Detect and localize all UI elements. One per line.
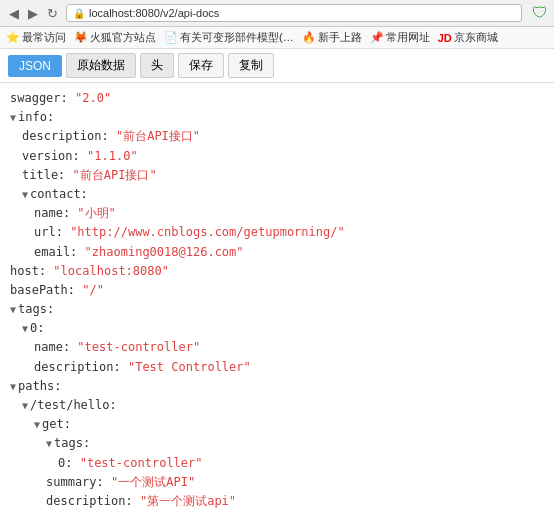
url-text: localhost:8080/v2/api-docs	[89, 7, 219, 19]
url-line: url: "http://www.cnblogs.com/getupmornin…	[10, 223, 544, 242]
contact-collapse[interactable]: ▼	[22, 187, 28, 203]
contact-key: contact:	[30, 185, 88, 204]
path-hello-line: ▼ /test/hello:	[10, 396, 544, 415]
get-desc-val: "第一个测试api"	[140, 492, 236, 511]
bookmark-frequent[interactable]: ⭐ 最常访问	[6, 30, 66, 45]
jd-icon: JD	[438, 32, 452, 44]
host-key: host:	[10, 262, 46, 281]
bookmark-frequent-label: 最常访问	[22, 30, 66, 45]
toolbar: JSON 原始数据 头 保存 复制	[0, 49, 554, 83]
tags-name-line: name: "test-controller"	[10, 338, 544, 357]
bookmark-morphable[interactable]: 📄 有关可变形部件模型(…	[164, 30, 294, 45]
bookmark-jd[interactable]: JD 京东商城	[438, 30, 498, 45]
info-line: ▼ info:	[10, 108, 544, 127]
get-tags-0-val: "test-controller"	[80, 454, 203, 473]
nav-buttons: ◀ ▶ ↻	[6, 5, 60, 21]
path-get-collapse[interactable]: ▼	[34, 417, 40, 433]
lock-icon: 🔒	[73, 8, 85, 19]
tags-desc-val: "Test Controller"	[128, 358, 251, 377]
desc-key: description:	[22, 127, 109, 146]
shield-icon: 🛡	[532, 4, 548, 22]
title-key: title:	[22, 166, 65, 185]
bookmark-firefox[interactable]: 🦊 火狐官方站点	[74, 30, 156, 45]
forward-button[interactable]: ▶	[25, 5, 41, 21]
tags-desc-line: description: "Test Controller"	[10, 358, 544, 377]
tags-collapse[interactable]: ▼	[10, 302, 16, 318]
tags-key: tags:	[18, 300, 54, 319]
desc-val: "前台API接口"	[116, 127, 200, 146]
info-collapse[interactable]: ▼	[10, 110, 16, 126]
bookmark-morphable-label: 有关可变形部件模型(…	[180, 30, 294, 45]
reload-button[interactable]: ↻	[44, 5, 60, 21]
host-val: "localhost:8080"	[53, 262, 169, 281]
paths-key: paths:	[18, 377, 61, 396]
browser-bar: ◀ ▶ ↻ 🔒 localhost:8080/v2/api-docs 🛡	[0, 0, 554, 27]
address-bar[interactable]: 🔒 localhost:8080/v2/api-docs	[66, 4, 522, 22]
get-summary-line: summary: "一个测试API"	[10, 473, 544, 492]
json-content: swagger: "2.0" ▼ info: description: "前台A…	[0, 83, 554, 512]
bookmark-newbie[interactable]: 🔥 新手上路	[302, 30, 362, 45]
path-get-key: get:	[42, 415, 71, 434]
doc-icon: 📄	[164, 31, 178, 44]
bookmark-common[interactable]: 📌 常用网址	[370, 30, 430, 45]
get-tags-collapse[interactable]: ▼	[46, 436, 52, 452]
version-key: version:	[22, 147, 80, 166]
swagger-key: swagger:	[10, 89, 68, 108]
tags-line: ▼ tags:	[10, 300, 544, 319]
host-line: host: "localhost:8080"	[10, 262, 544, 281]
version-val: "1.1.0"	[87, 147, 138, 166]
basepath-line: basePath: "/"	[10, 281, 544, 300]
name-key: name:	[34, 204, 70, 223]
email-key: email:	[34, 243, 77, 262]
path-hello-collapse[interactable]: ▼	[22, 398, 28, 414]
tags-0-line: ▼ 0:	[10, 319, 544, 338]
contact-line: ▼ contact:	[10, 185, 544, 204]
star-icon: ⭐	[6, 31, 20, 44]
tab-json[interactable]: JSON	[8, 55, 62, 77]
swagger-val: "2.0"	[75, 89, 111, 108]
url-val: "http://www.cnblogs.com/getupmorning/"	[70, 223, 345, 242]
paths-line: ▼ paths:	[10, 377, 544, 396]
bookmark-jd-label: 京东商城	[454, 30, 498, 45]
url-key: url:	[34, 223, 63, 242]
get-tags-0-key: 0:	[58, 454, 72, 473]
get-summary-val: "一个测试API"	[111, 473, 195, 492]
tags-name-key: name:	[34, 338, 70, 357]
tags-0-collapse[interactable]: ▼	[22, 321, 28, 337]
get-tags-line: ▼ tags:	[10, 434, 544, 453]
email-val: "zhaoming0018@126.com"	[85, 243, 244, 262]
save-button[interactable]: 保存	[178, 53, 224, 78]
firefox-icon: 🦊	[74, 31, 88, 44]
tags-name-val: "test-controller"	[77, 338, 200, 357]
title-val: "前台API接口"	[73, 166, 157, 185]
get-desc-key: description:	[46, 492, 133, 511]
tab-headers[interactable]: 头	[140, 53, 174, 78]
get-desc-line: description: "第一个测试api"	[10, 492, 544, 511]
back-button[interactable]: ◀	[6, 5, 22, 21]
pin-icon: 📌	[370, 31, 384, 44]
name-val: "小明"	[77, 204, 115, 223]
info-key: info:	[18, 108, 54, 127]
email-line: email: "zhaoming0018@126.com"	[10, 243, 544, 262]
bookmark-common-label: 常用网址	[386, 30, 430, 45]
bookmarks-bar: ⭐ 最常访问 🦊 火狐官方站点 📄 有关可变形部件模型(… 🔥 新手上路 📌 常…	[0, 27, 554, 49]
path-hello-key: /test/hello:	[30, 396, 117, 415]
basepath-key: basePath:	[10, 281, 75, 300]
tab-raw[interactable]: 原始数据	[66, 53, 136, 78]
copy-button[interactable]: 复制	[228, 53, 274, 78]
desc-line: description: "前台API接口"	[10, 127, 544, 146]
title-line: title: "前台API接口"	[10, 166, 544, 185]
swagger-line: swagger: "2.0"	[10, 89, 544, 108]
bookmark-firefox-label: 火狐官方站点	[90, 30, 156, 45]
bookmark-newbie-label: 新手上路	[318, 30, 362, 45]
path-get-line: ▼ get:	[10, 415, 544, 434]
get-tags-key: tags:	[54, 434, 90, 453]
version-line: version: "1.1.0"	[10, 147, 544, 166]
tags-0-key: 0:	[30, 319, 44, 338]
tags-desc-key: description:	[34, 358, 121, 377]
fire-icon: 🔥	[302, 31, 316, 44]
get-summary-key: summary:	[46, 473, 104, 492]
paths-collapse[interactable]: ▼	[10, 379, 16, 395]
get-tags-0-line: 0: "test-controller"	[10, 454, 544, 473]
basepath-val: "/"	[82, 281, 104, 300]
